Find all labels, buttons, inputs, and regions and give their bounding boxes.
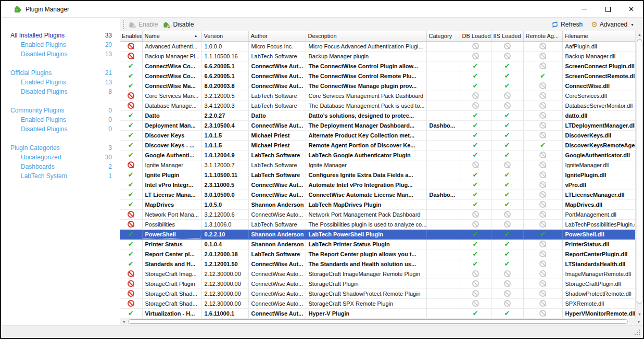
column-header-name[interactable]: Name▲ bbox=[142, 31, 201, 41]
remote-agent-check-icon: ✔ bbox=[540, 72, 546, 80]
table-row[interactable]: Backup Manager Pl...1.1.10500.16LabTech … bbox=[120, 51, 635, 61]
enabled-cell bbox=[120, 160, 142, 170]
vertical-scrollbar[interactable]: ▲ ▼ bbox=[635, 31, 643, 318]
remote-agent-cell bbox=[523, 150, 562, 160]
sidebar-item-enabled-plugins[interactable]: Enabled Plugins20 bbox=[1, 40, 120, 49]
table-row[interactable]: ✔Printer Status0.1.0.4Shannon AndersonLa… bbox=[120, 239, 635, 249]
table-row[interactable]: StorageCraft Imag...2.12.30000.00Connect… bbox=[120, 269, 635, 279]
toolbar-grip[interactable] bbox=[123, 20, 124, 29]
table-row[interactable]: ✔ConnectWise Co...6.6.20005.1ConnectWise… bbox=[120, 71, 635, 81]
table-row[interactable]: StorageCraft Plugin2.12.30000.00ConnectW… bbox=[120, 279, 635, 288]
db-not-loaded-icon bbox=[472, 92, 479, 99]
table-row[interactable]: StorageCraft Shad...2.12.30000.00Connect… bbox=[120, 298, 635, 308]
table-row[interactable]: ✔Standards and H...1.2.12001.50ConnectWi… bbox=[120, 259, 635, 269]
sidebar-item-enabled-plugins[interactable]: Enabled Plugins13 bbox=[1, 78, 120, 87]
column-header-enabled[interactable]: Enabled bbox=[120, 31, 142, 41]
table-row[interactable]: ✔Virtualization - H...1.6.11000.1Connect… bbox=[120, 308, 635, 318]
sidebar-item-community-plugins[interactable]: Community Plugins0 bbox=[1, 106, 120, 115]
table-row[interactable]: ✔ConnectWise Co...6.6.20005.1ConnectWise… bbox=[120, 61, 635, 71]
sidebar-item-disabled-plugins[interactable]: Disabled Plugins8 bbox=[1, 87, 120, 96]
table-row[interactable]: Advanced Authenti...1.0.0.0Micro Focus I… bbox=[120, 41, 635, 51]
plugin-category bbox=[426, 288, 460, 298]
column-header-iis-loaded[interactable]: IIS Loaded bbox=[491, 31, 523, 41]
table-row[interactable]: Core Services Man...3.2.12000.5LabTech S… bbox=[120, 91, 635, 101]
close-button[interactable]: ✕ bbox=[620, 1, 643, 17]
plugin-name: Database Manage... bbox=[142, 101, 201, 110]
gear-icon: ⚙ bbox=[591, 21, 598, 28]
plugin-description: StorageCraft SPX Remote Plugin bbox=[306, 298, 426, 308]
column-header-author[interactable]: Author bbox=[248, 31, 306, 41]
scroll-up-button[interactable]: ▲ bbox=[636, 31, 643, 39]
iis-loaded-check-icon: ✔ bbox=[504, 250, 510, 258]
enabled-cell: ✔ bbox=[120, 120, 142, 130]
column-header-db-loaded[interactable]: DB Loaded bbox=[460, 31, 491, 41]
table-row[interactable]: ✔Deployment Man...2.3.10500.4ConnectWise… bbox=[120, 120, 635, 130]
resize-grip[interactable] bbox=[635, 330, 641, 336]
table-row[interactable]: ✔PowerShell0.2.2.10Shannon AndersonLabTe… bbox=[120, 229, 635, 239]
sidebar-item-label: Enabled Plugins bbox=[21, 40, 66, 49]
table-row[interactable]: Network Port Mana...3.2.12000.6ConnectWi… bbox=[120, 209, 635, 219]
table-row[interactable]: ✔MapDrives1.0.5.0Shannon AndersonLabTech… bbox=[120, 199, 635, 209]
sidebar-item-label: LabTech System bbox=[21, 171, 67, 181]
enabled-check-icon: ✔ bbox=[128, 151, 134, 159]
sidebar-item-all-installed-plugins[interactable]: All Installed Plugins33 bbox=[1, 31, 120, 40]
table-row[interactable]: ✔Intel vPro Integr...2.3.11000.5ConnectW… bbox=[120, 180, 635, 190]
plugin-filename: IgnitePlugin.dll bbox=[562, 170, 635, 180]
scroll-left-button[interactable]: ◄ bbox=[120, 318, 128, 325]
db-not-loaded-icon bbox=[472, 53, 479, 59]
plugin-filename: ShadowProtectRemote.dll bbox=[562, 288, 635, 298]
table-row[interactable]: ✔Discover Keys - ...1.0.1.5Michael Pries… bbox=[120, 140, 635, 150]
table-row[interactable]: ✔Datto2.2.0.27DattoDatto’s solutions, de… bbox=[120, 110, 635, 120]
maximize-button[interactable] bbox=[596, 1, 620, 17]
minimize-button[interactable] bbox=[573, 1, 596, 17]
disable-puzzle-icon bbox=[163, 21, 171, 29]
table-row[interactable]: ✔Google Authenti...1.0.12004.9LabTech So… bbox=[120, 150, 635, 160]
table-row[interactable]: ✔Ignite Plugin1.1.10500.11LabTech Softwa… bbox=[120, 170, 635, 180]
column-header-description[interactable]: Description bbox=[306, 31, 426, 41]
scroll-right-button[interactable]: ► bbox=[635, 318, 643, 325]
sidebar-item-disabled-plugins[interactable]: Disabled Plugins13 bbox=[1, 49, 120, 59]
sidebar-item-plugin-categories[interactable]: Plugin Categories3 bbox=[1, 143, 120, 153]
refresh-button[interactable]: Refresh bbox=[550, 20, 586, 29]
horizontal-scroll-thumb[interactable] bbox=[128, 319, 628, 324]
iis-loaded-cell: ✔ bbox=[491, 150, 523, 160]
enabled-check-icon: ✔ bbox=[128, 171, 134, 179]
table-row[interactable]: StorageCraft Shad...2.12.30000.00Connect… bbox=[120, 288, 635, 298]
table-row[interactable]: Possibilities1.3.1006.0LabTech SoftwareT… bbox=[120, 219, 635, 229]
remote-agent-not-loaded-icon bbox=[539, 221, 546, 228]
db-loaded-cell bbox=[460, 219, 491, 229]
column-header-filename[interactable]: Filename bbox=[562, 31, 635, 41]
advanced-button[interactable]: ⚙ Advanced ▼ bbox=[589, 20, 638, 29]
column-header-remote-ag-[interactable]: Remote Ag... bbox=[523, 31, 562, 41]
disable-label: Disable bbox=[173, 21, 194, 28]
plugin-version: 1.6.11000.1 bbox=[201, 308, 248, 318]
scroll-down-button[interactable]: ▼ bbox=[636, 310, 643, 318]
column-header-version[interactable]: Version bbox=[201, 31, 248, 41]
table-row[interactable]: Ignite Manager3.1.12000.7LabTech Softwar… bbox=[120, 160, 635, 170]
sidebar-item-dashboards[interactable]: Dashboards2 bbox=[1, 162, 120, 171]
sidebar-item-disabled-plugins[interactable]: Disabled Plugins0 bbox=[1, 124, 120, 134]
vertical-scroll-thumb[interactable] bbox=[637, 39, 642, 304]
iis-loaded-cell: ✔ bbox=[491, 170, 523, 180]
disable-button[interactable]: Disable bbox=[161, 20, 197, 30]
enable-button[interactable]: Enable bbox=[127, 20, 161, 30]
plugin-name: Ignite Plugin bbox=[142, 170, 201, 180]
sidebar-item-labtech-system[interactable]: LabTech System1 bbox=[1, 171, 120, 181]
sidebar-item-uncategorized[interactable]: Uncategorized30 bbox=[1, 153, 120, 162]
plugin-category bbox=[426, 249, 460, 259]
iis-loaded-cell: ✔ bbox=[491, 81, 523, 91]
plugin-description: Hyper-V Plugin bbox=[306, 308, 426, 318]
table-row[interactable]: ✔LT License Mana...3.0.10500.0ConnectWis… bbox=[120, 190, 635, 199]
table-row[interactable]: ✔Report Center pl...2.0.12000.18LabTech … bbox=[120, 249, 635, 259]
table-row[interactable]: ✔ConnectWise Ma...8.0.20003.8ConnectWise… bbox=[120, 81, 635, 91]
iis-loaded-cell bbox=[491, 269, 523, 279]
sidebar-item-enabled-plugins[interactable]: Enabled Plugins0 bbox=[1, 115, 120, 124]
plugin-description: Core Services Management Pack Dashboard bbox=[306, 91, 426, 101]
horizontal-scrollbar[interactable]: ◄ ► bbox=[120, 318, 643, 325]
sidebar-item-count: 1 bbox=[108, 171, 112, 181]
table-row[interactable]: Database Manage...3.4.12000.3LabTech Sof… bbox=[120, 101, 635, 110]
sidebar-item-official-plugins[interactable]: Official Plugins21 bbox=[1, 68, 120, 78]
disabled-icon bbox=[128, 102, 134, 109]
column-header-category[interactable]: Category bbox=[426, 31, 460, 41]
table-row[interactable]: ✔Discover Keys1.0.1.5Michael PriestAlter… bbox=[120, 130, 635, 140]
